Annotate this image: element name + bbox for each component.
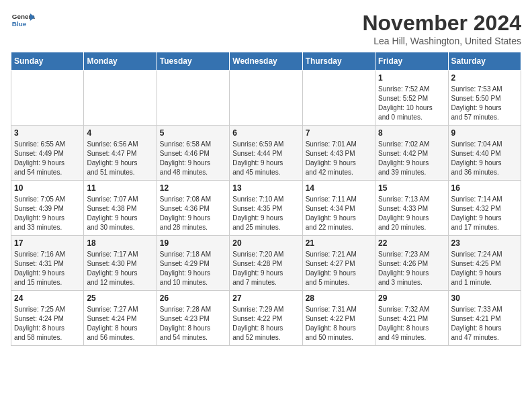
day-info: Sunrise: 7:28 AM Sunset: 4:23 PM Dayligh…	[160, 305, 226, 342]
weekday-header: Saturday	[448, 52, 521, 71]
calendar-cell: 16Sunrise: 7:14 AM Sunset: 4:32 PM Dayli…	[448, 181, 521, 236]
calendar-week-row: 3Sunrise: 6:55 AM Sunset: 4:49 PM Daylig…	[11, 126, 521, 181]
day-number: 16	[451, 183, 518, 193]
day-info: Sunrise: 7:05 AM Sunset: 4:39 PM Dayligh…	[14, 195, 81, 232]
calendar-body: 1Sunrise: 7:52 AM Sunset: 5:52 PM Daylig…	[11, 71, 521, 346]
calendar-cell: 13Sunrise: 7:10 AM Sunset: 4:35 PM Dayli…	[230, 181, 302, 236]
day-number: 27	[232, 293, 299, 303]
day-info: Sunrise: 7:53 AM Sunset: 5:50 PM Dayligh…	[451, 85, 518, 122]
month-title: November 2024	[362, 11, 521, 36]
calendar-cell: 4Sunrise: 6:56 AM Sunset: 4:47 PM Daylig…	[84, 126, 157, 181]
day-info: Sunrise: 7:20 AM Sunset: 4:28 PM Dayligh…	[232, 250, 299, 287]
day-number: 24	[14, 293, 81, 303]
day-info: Sunrise: 7:31 AM Sunset: 4:22 PM Dayligh…	[306, 305, 372, 342]
calendar-cell: 18Sunrise: 7:17 AM Sunset: 4:30 PM Dayli…	[84, 236, 157, 291]
day-number: 9	[451, 128, 518, 138]
day-number: 29	[378, 293, 445, 303]
calendar-cell: 22Sunrise: 7:23 AM Sunset: 4:26 PM Dayli…	[375, 236, 448, 291]
calendar-cell: 25Sunrise: 7:27 AM Sunset: 4:24 PM Dayli…	[84, 291, 157, 346]
day-info: Sunrise: 7:29 AM Sunset: 4:22 PM Dayligh…	[232, 305, 299, 342]
logo-icon: General Blue	[11, 11, 35, 30]
logo: General Blue	[11, 11, 35, 30]
calendar-cell: 3Sunrise: 6:55 AM Sunset: 4:49 PM Daylig…	[11, 126, 84, 181]
day-number: 13	[232, 183, 299, 193]
day-number: 6	[232, 128, 299, 138]
calendar-week-row: 10Sunrise: 7:05 AM Sunset: 4:39 PM Dayli…	[11, 181, 521, 236]
day-info: Sunrise: 7:17 AM Sunset: 4:30 PM Dayligh…	[87, 250, 153, 287]
day-number: 2	[451, 73, 518, 83]
calendar-cell: 7Sunrise: 7:01 AM Sunset: 4:43 PM Daylig…	[302, 126, 375, 181]
day-number: 15	[378, 183, 445, 193]
calendar-cell: 5Sunrise: 6:58 AM Sunset: 4:46 PM Daylig…	[157, 126, 229, 181]
day-number: 12	[160, 183, 226, 193]
day-info: Sunrise: 6:55 AM Sunset: 4:49 PM Dayligh…	[14, 140, 81, 177]
day-info: Sunrise: 7:11 AM Sunset: 4:34 PM Dayligh…	[306, 195, 372, 232]
weekday-header: Thursday	[302, 52, 375, 71]
day-number: 11	[87, 183, 153, 193]
title-block: November 2024 Lea Hill, Washington, Unit…	[362, 11, 521, 46]
calendar-cell	[84, 71, 157, 126]
day-info: Sunrise: 7:24 AM Sunset: 4:25 PM Dayligh…	[451, 250, 518, 287]
calendar-cell: 9Sunrise: 7:04 AM Sunset: 4:40 PM Daylig…	[448, 126, 521, 181]
day-info: Sunrise: 7:01 AM Sunset: 4:43 PM Dayligh…	[306, 140, 372, 177]
day-info: Sunrise: 7:13 AM Sunset: 4:33 PM Dayligh…	[378, 195, 445, 232]
weekday-header: Friday	[375, 52, 448, 71]
day-number: 4	[87, 128, 153, 138]
calendar-cell: 19Sunrise: 7:18 AM Sunset: 4:29 PM Dayli…	[157, 236, 229, 291]
day-number: 7	[306, 128, 372, 138]
day-number: 28	[306, 293, 372, 303]
calendar-cell	[302, 71, 375, 126]
calendar-cell: 17Sunrise: 7:16 AM Sunset: 4:31 PM Dayli…	[11, 236, 84, 291]
day-info: Sunrise: 6:59 AM Sunset: 4:44 PM Dayligh…	[232, 140, 299, 177]
calendar-cell: 20Sunrise: 7:20 AM Sunset: 4:28 PM Dayli…	[230, 236, 302, 291]
day-info: Sunrise: 7:23 AM Sunset: 4:26 PM Dayligh…	[378, 250, 445, 287]
calendar-cell: 12Sunrise: 7:08 AM Sunset: 4:36 PM Dayli…	[157, 181, 229, 236]
day-number: 23	[451, 238, 518, 248]
page-header: General Blue November 2024 Lea Hill, Was…	[11, 11, 521, 46]
day-info: Sunrise: 7:21 AM Sunset: 4:27 PM Dayligh…	[306, 250, 372, 287]
day-info: Sunrise: 7:10 AM Sunset: 4:35 PM Dayligh…	[232, 195, 299, 232]
day-number: 10	[14, 183, 81, 193]
day-number: 5	[160, 128, 226, 138]
weekday-header: Wednesday	[230, 52, 302, 71]
weekday-row: SundayMondayTuesdayWednesdayThursdayFrid…	[11, 52, 521, 71]
calendar-cell: 21Sunrise: 7:21 AM Sunset: 4:27 PM Dayli…	[302, 236, 375, 291]
calendar-cell: 11Sunrise: 7:07 AM Sunset: 4:38 PM Dayli…	[84, 181, 157, 236]
day-number: 22	[378, 238, 445, 248]
day-number: 1	[378, 73, 445, 83]
calendar-cell: 23Sunrise: 7:24 AM Sunset: 4:25 PM Dayli…	[448, 236, 521, 291]
day-info: Sunrise: 6:58 AM Sunset: 4:46 PM Dayligh…	[160, 140, 226, 177]
day-info: Sunrise: 7:52 AM Sunset: 5:52 PM Dayligh…	[378, 85, 445, 122]
svg-text:Blue: Blue	[12, 20, 27, 28]
day-info: Sunrise: 7:33 AM Sunset: 4:21 PM Dayligh…	[451, 305, 518, 342]
day-info: Sunrise: 7:16 AM Sunset: 4:31 PM Dayligh…	[14, 250, 81, 287]
calendar-cell: 10Sunrise: 7:05 AM Sunset: 4:39 PM Dayli…	[11, 181, 84, 236]
calendar-cell: 26Sunrise: 7:28 AM Sunset: 4:23 PM Dayli…	[157, 291, 229, 346]
day-info: Sunrise: 7:07 AM Sunset: 4:38 PM Dayligh…	[87, 195, 153, 232]
day-number: 19	[160, 238, 226, 248]
calendar-cell: 14Sunrise: 7:11 AM Sunset: 4:34 PM Dayli…	[302, 181, 375, 236]
calendar-week-row: 1Sunrise: 7:52 AM Sunset: 5:52 PM Daylig…	[11, 71, 521, 126]
day-info: Sunrise: 7:32 AM Sunset: 4:21 PM Dayligh…	[378, 305, 445, 342]
calendar-cell: 30Sunrise: 7:33 AM Sunset: 4:21 PM Dayli…	[448, 291, 521, 346]
calendar-cell: 29Sunrise: 7:32 AM Sunset: 4:21 PM Dayli…	[375, 291, 448, 346]
day-number: 26	[160, 293, 226, 303]
calendar-cell: 8Sunrise: 7:02 AM Sunset: 4:42 PM Daylig…	[375, 126, 448, 181]
calendar-cell: 15Sunrise: 7:13 AM Sunset: 4:33 PM Dayli…	[375, 181, 448, 236]
calendar-header: SundayMondayTuesdayWednesdayThursdayFrid…	[11, 52, 521, 71]
day-number: 25	[87, 293, 153, 303]
calendar-cell: 1Sunrise: 7:52 AM Sunset: 5:52 PM Daylig…	[375, 71, 448, 126]
day-number: 21	[306, 238, 372, 248]
calendar-cell: 28Sunrise: 7:31 AM Sunset: 4:22 PM Dayli…	[302, 291, 375, 346]
calendar-cell	[157, 71, 229, 126]
day-number: 14	[306, 183, 372, 193]
day-info: Sunrise: 7:08 AM Sunset: 4:36 PM Dayligh…	[160, 195, 226, 232]
day-number: 3	[14, 128, 81, 138]
calendar-week-row: 17Sunrise: 7:16 AM Sunset: 4:31 PM Dayli…	[11, 236, 521, 291]
weekday-header: Monday	[84, 52, 157, 71]
day-number: 18	[87, 238, 153, 248]
weekday-header: Tuesday	[157, 52, 229, 71]
day-info: Sunrise: 7:25 AM Sunset: 4:24 PM Dayligh…	[14, 305, 81, 342]
day-info: Sunrise: 7:14 AM Sunset: 4:32 PM Dayligh…	[451, 195, 518, 232]
calendar-table: SundayMondayTuesdayWednesdayThursdayFrid…	[11, 52, 521, 346]
